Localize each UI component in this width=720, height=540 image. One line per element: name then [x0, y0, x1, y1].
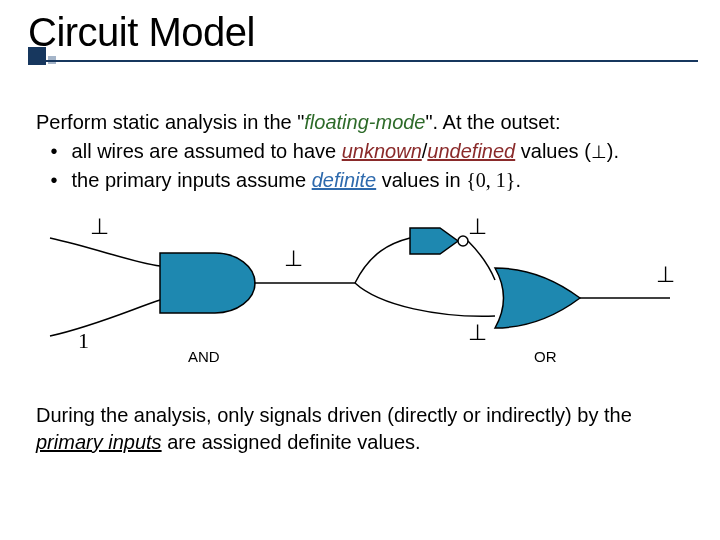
- or-gate-icon: [495, 268, 580, 328]
- b2-c: .: [515, 169, 521, 191]
- body-text: Perform static analysis in the "floating…: [28, 109, 692, 194]
- circuit-svg: [40, 208, 680, 378]
- b2-a: the primary inputs assume: [72, 169, 312, 191]
- b2-definite: definite: [312, 169, 377, 191]
- wire-branch-down: [355, 283, 495, 316]
- label-top-or: ⊥: [468, 214, 487, 240]
- b1-c: ).: [607, 140, 619, 162]
- intro-lead: Perform static analysis in the ": [36, 111, 304, 133]
- inverter-bubble-icon: [458, 236, 468, 246]
- or-label: OR: [534, 348, 557, 365]
- bullet-2: the primary inputs assume definite value…: [42, 167, 684, 194]
- title-rule: [28, 57, 692, 67]
- buffer-icon: [410, 228, 458, 254]
- wire-branch-up: [355, 238, 410, 283]
- wire-bot-in: [50, 300, 160, 336]
- label-bot-or: ⊥: [468, 320, 487, 346]
- and-gate-icon: [160, 253, 255, 313]
- title-underline: [28, 60, 698, 62]
- and-label: AND: [188, 348, 220, 365]
- closing-a: During the analysis, only signals driven…: [36, 404, 632, 426]
- bullet-list: all wires are assumed to have unknown/un…: [36, 138, 684, 194]
- slide: Circuit Model Perform static analysis in…: [0, 0, 720, 540]
- bullet-1: all wires are assumed to have unknown/un…: [42, 138, 684, 165]
- label-bot-in: 1: [78, 328, 89, 354]
- b2-set: {0, 1}: [466, 169, 515, 191]
- b1-unknown: unknown: [342, 140, 422, 162]
- b1-bot: ⊥: [591, 142, 607, 162]
- b1-b: values (: [515, 140, 591, 162]
- closing-text: During the analysis, only signals driven…: [28, 402, 692, 456]
- title-wrap: Circuit Model: [28, 10, 692, 67]
- intro-floating-mode: floating-mode: [304, 111, 425, 133]
- b1-a: all wires are assumed to have: [72, 140, 342, 162]
- b2-b: values in: [376, 169, 466, 191]
- wire-top-in: [50, 238, 160, 266]
- intro-lead-tail: ". At the outset:: [426, 111, 561, 133]
- label-mid: ⊥: [284, 246, 303, 272]
- label-out: ⊥: [656, 262, 675, 288]
- closing-b: are assigned definite values.: [162, 431, 421, 453]
- closing-primary-inputs: primary inputs: [36, 431, 162, 453]
- b1-undefined: undefined: [427, 140, 515, 162]
- title-square-icon: [28, 47, 46, 65]
- label-top-in: ⊥: [90, 214, 109, 240]
- circuit-diagram: ⊥ 1 ⊥ ⊥ ⊥ ⊥ AND OR: [40, 208, 680, 378]
- wire-inv-out: [468, 241, 495, 280]
- slide-title: Circuit Model: [28, 10, 692, 55]
- intro-line: Perform static analysis in the "floating…: [36, 109, 684, 136]
